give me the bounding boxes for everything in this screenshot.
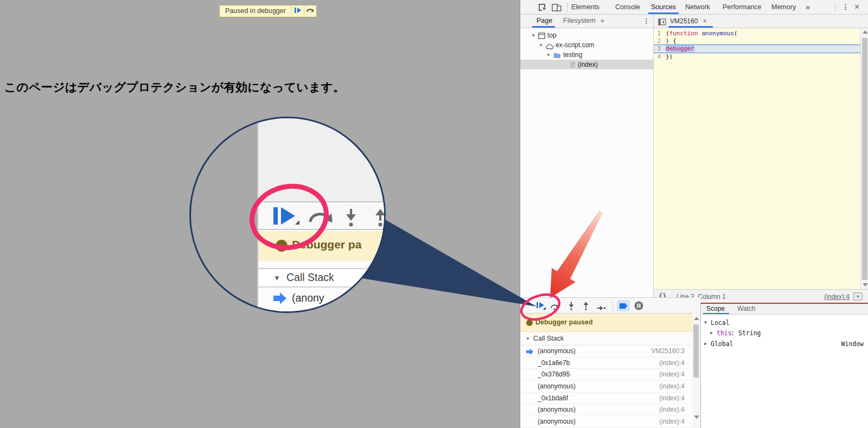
tree-item-domain[interactable]: ▼ ex-script.com (520, 40, 653, 50)
stack-frame-current[interactable]: (anonymous) VM25160:3 (520, 346, 692, 357)
paused-icon (526, 320, 533, 326)
active-tab-underline (532, 26, 555, 28)
editor-tab-label: VM25160 (670, 17, 698, 25)
tab-memory[interactable]: Memory (771, 0, 796, 14)
more-nav-tabs-chevron[interactable]: » (601, 17, 604, 24)
toggle-navigator-icon[interactable] (658, 18, 666, 28)
debugger-scrollbar[interactable] (692, 297, 700, 428)
tab-page[interactable]: Page (537, 17, 552, 24)
close-tab-icon[interactable]: × (703, 17, 707, 25)
step-over-icon (306, 7, 314, 15)
scope-tree: ▼ Local ▶ this : String ▶ Global Window (701, 315, 868, 428)
expanded-icon: ▼ (704, 320, 707, 325)
tree-item-top[interactable]: ▼ top (520, 30, 653, 40)
stack-frame[interactable]: (anonymous) (index):4 (520, 381, 692, 393)
debugger-paused-text: Debugger paused (535, 318, 593, 326)
tab-scope[interactable]: Scope (706, 305, 725, 312)
scope-section-value: Window (841, 340, 864, 348)
separator: : (731, 329, 735, 337)
code-text: (function anonymous( (663, 30, 737, 37)
code-line-3-paused: 3 debugger (654, 44, 860, 53)
frame-location: (index):4 (659, 382, 685, 390)
file-icon (570, 61, 576, 71)
step-over-button[interactable] (550, 303, 559, 312)
stack-frame[interactable]: _0x376d95 (index):4 (520, 369, 692, 381)
call-stack-header[interactable]: ▼ Call Stack (520, 332, 692, 346)
code-text: ) { (663, 37, 676, 45)
scope-panel: Scope Watch ▼ Local ▶ this : String ▶ Gl… (700, 303, 868, 428)
scrollbar-thumb[interactable] (693, 324, 699, 378)
tree-item-index-selected[interactable]: (index) (520, 60, 653, 69)
tab-elements[interactable]: Elements (571, 0, 599, 14)
file-navigator: ▼ top ▼ ex-script.com ▼ testing (520, 28, 654, 297)
step-into-button[interactable] (568, 302, 575, 312)
divider (835, 3, 835, 11)
code-line-1: 1 (function anonymous( (654, 30, 860, 37)
collapsed-icon: ▶ (704, 341, 707, 346)
divider (612, 301, 613, 311)
line-number: 2 (654, 37, 663, 45)
close-devtools-icon[interactable]: × (854, 0, 859, 14)
tab-watch[interactable]: Watch (737, 305, 756, 312)
code-line-2: 2 ) { (654, 37, 860, 45)
more-tabs-chevron[interactable]: » (806, 0, 810, 14)
editor-scrollbar[interactable] (860, 28, 868, 289)
scroll-down-icon[interactable] (694, 416, 699, 419)
expanded-icon: ▼ (526, 336, 530, 341)
step-out-button[interactable] (583, 302, 589, 312)
devtools-menu-icon[interactable]: ⋮ (842, 0, 849, 14)
frame-function: (anonymous) (538, 418, 576, 425)
expanded-icon: ▼ (531, 31, 535, 41)
screen: Paused in debugger このページはデバッグプロテクションが有効に… (0, 0, 868, 428)
frame-function: _0x376d95 (538, 370, 570, 378)
pink-highlight-ring-large (191, 118, 384, 311)
tree-item-folder-testing[interactable]: ▼ testing (520, 50, 653, 60)
panel-toggle-icon[interactable]: ▼ (853, 292, 863, 301)
tab-performance[interactable]: Performance (723, 0, 762, 14)
frame-function: (anonymous) (538, 347, 576, 355)
resume-script-button[interactable] (292, 5, 304, 17)
frame-location: VM25160:3 (652, 347, 685, 355)
divider (567, 3, 567, 12)
property-name: this (717, 329, 732, 337)
scroll-down-icon[interactable] (863, 283, 868, 286)
resume-button[interactable] (537, 302, 546, 312)
step-over-button[interactable] (304, 5, 316, 17)
devtools-panel: Elements Console Sources Network Perform… (520, 0, 868, 428)
inspect-element-icon[interactable] (538, 3, 547, 14)
editor-header: VM25160 × (654, 15, 868, 28)
tab-network[interactable]: Network (685, 0, 710, 14)
tree-item-label: ex-script.com (556, 40, 594, 50)
scope-section-label: Local (711, 319, 730, 327)
stack-frame[interactable]: (anonymous) (index):4 (520, 404, 692, 416)
deactivate-breakpoints-button[interactable] (617, 300, 630, 311)
tab-console[interactable]: Console (615, 0, 640, 14)
active-tab-underline (648, 12, 679, 14)
page-heading: このページはデバッグプロテクションが有効になっています。 (4, 79, 345, 95)
paused-banner-label: Paused in debugger (220, 5, 291, 17)
frame-function: (anonymous) (538, 382, 576, 390)
source-mapped-link[interactable]: (index):4 (824, 293, 850, 301)
stack-frame[interactable]: _0x1a6e7b (index):4 (520, 357, 692, 369)
navigator-header: Page Filesystem » ⋮ (520, 15, 654, 28)
step-button[interactable] (597, 303, 606, 313)
tab-filesystem[interactable]: Filesystem (563, 17, 596, 24)
property-value: String (738, 329, 761, 337)
pause-on-exceptions-button[interactable] (634, 301, 643, 312)
debugger-toolbar (520, 297, 692, 314)
collapsed-icon: ▶ (710, 330, 713, 335)
navigator-menu-icon[interactable]: ⋮ (643, 17, 650, 25)
tree-item-label: top (547, 30, 557, 40)
scroll-up-icon[interactable] (694, 317, 699, 320)
stack-frame[interactable]: _0x1bda6f (index):4 (520, 393, 692, 405)
device-toolbar-icon[interactable] (552, 3, 561, 14)
frame-location: (index):4 (659, 406, 685, 413)
devtools-tabbar: Elements Console Sources Network Perform… (520, 0, 868, 15)
paused-in-debugger-banner: Paused in debugger (219, 5, 317, 17)
scroll-up-icon[interactable] (863, 30, 868, 34)
code-editor[interactable]: 1 (function anonymous( 2 ) { 3 debugger … (654, 28, 860, 289)
line-number: 4 (654, 53, 663, 61)
code-text: }) (663, 53, 673, 61)
stack-frame[interactable]: (anonymous) (index):4 (520, 416, 692, 428)
scrollbar-thumb[interactable] (862, 38, 867, 280)
